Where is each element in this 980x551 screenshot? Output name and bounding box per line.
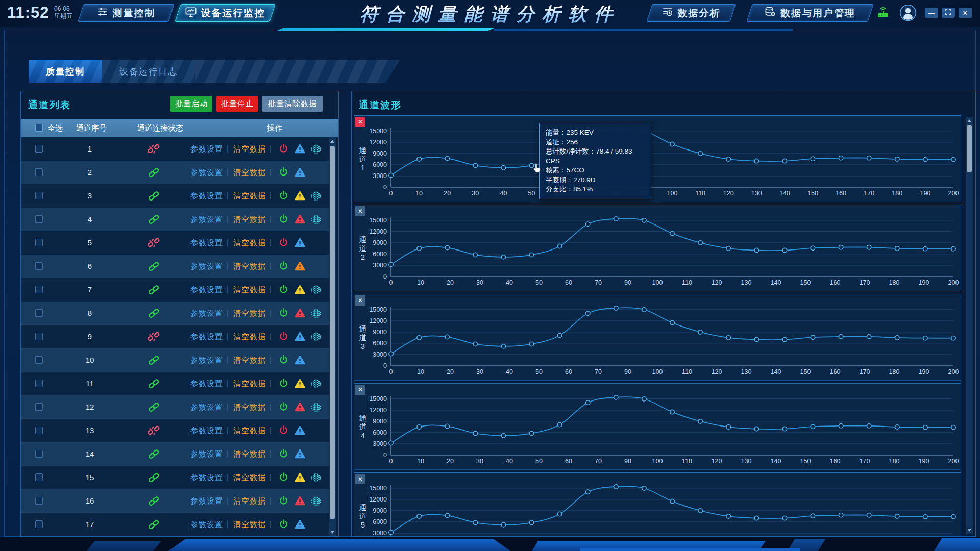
params-settings-link[interactable]: 参数设置 — [190, 309, 223, 318]
chart-close-button[interactable]: ✕ — [355, 117, 365, 127]
waveform-icon[interactable] — [310, 403, 322, 414]
minimize-button[interactable]: — — [925, 8, 938, 18]
warning-icon[interactable] — [295, 379, 305, 390]
waveform-icon[interactable] — [310, 191, 322, 203]
params-settings-link[interactable]: 参数设置 — [190, 144, 223, 154]
params-settings-link[interactable]: 参数设置 — [190, 520, 223, 530]
params-settings-link[interactable]: 参数设置 — [190, 215, 223, 224]
scroll-down-icon[interactable] — [330, 531, 334, 534]
power-toggle-icon[interactable] — [279, 285, 288, 296]
row-checkbox[interactable] — [35, 286, 43, 293]
warning-icon[interactable] — [295, 496, 305, 508]
power-toggle-icon[interactable] — [279, 472, 288, 484]
clear-data-link[interactable]: 清空数据 — [233, 262, 266, 271]
left-panel-scrollbar[interactable] — [329, 137, 336, 536]
clear-data-link[interactable]: 清空数据 — [233, 144, 266, 154]
row-checkbox[interactable] — [35, 262, 43, 270]
power-toggle-icon[interactable] — [279, 402, 288, 414]
row-checkbox[interactable] — [35, 427, 43, 434]
power-toggle-icon[interactable] — [279, 332, 288, 343]
warning-icon[interactable] — [295, 308, 305, 320]
nav-data-analysis[interactable]: 数据分析 — [649, 4, 733, 22]
row-checkbox[interactable] — [35, 192, 43, 199]
power-toggle-icon[interactable] — [279, 191, 288, 203]
power-toggle-icon[interactable] — [279, 379, 288, 390]
params-settings-link[interactable]: 参数设置 — [190, 285, 223, 295]
tab-device-log[interactable]: 设备运行日志 — [102, 60, 195, 83]
waveform-icon[interactable] — [310, 473, 322, 485]
warning-icon[interactable] — [295, 519, 305, 531]
close-button[interactable]: ✕ — [959, 8, 972, 18]
row-checkbox[interactable] — [35, 333, 43, 340]
clear-data-link[interactable]: 清空数据 — [233, 168, 266, 178]
params-settings-link[interactable]: 参数设置 — [190, 238, 223, 248]
warning-icon[interactable] — [295, 214, 305, 226]
params-settings-link[interactable]: 参数设置 — [190, 426, 223, 436]
clear-data-link[interactable]: 清空数据 — [233, 215, 266, 224]
chart-close-button[interactable]: ✕ — [355, 474, 365, 484]
power-toggle-icon[interactable] — [279, 496, 288, 508]
waveform-icon[interactable] — [310, 379, 322, 391]
power-toggle-icon[interactable] — [279, 308, 288, 320]
nav-measure-control[interactable]: 测量控制 — [81, 4, 172, 22]
waveform-icon[interactable] — [310, 215, 322, 227]
clear-data-link[interactable]: 清空数据 — [233, 473, 266, 483]
power-toggle-icon[interactable] — [279, 238, 288, 249]
waveform-icon[interactable] — [310, 285, 322, 297]
clear-data-link[interactable]: 清空数据 — [233, 191, 266, 201]
params-settings-link[interactable]: 参数设置 — [190, 262, 223, 271]
clear-data-link[interactable]: 清空数据 — [233, 238, 266, 248]
params-settings-link[interactable]: 参数设置 — [190, 403, 223, 412]
row-checkbox[interactable] — [35, 309, 43, 317]
row-checkbox[interactable] — [35, 520, 43, 528]
maximize-button[interactable] — [942, 8, 955, 18]
clear-data-link[interactable]: 清空数据 — [233, 379, 266, 389]
warning-icon[interactable] — [295, 449, 305, 461]
scroll-up-icon[interactable] — [330, 140, 334, 143]
nav-data-user-management[interactable]: 数据与用户管理 — [749, 4, 871, 22]
row-checkbox[interactable] — [35, 239, 43, 246]
power-toggle-icon[interactable] — [279, 261, 288, 273]
network-device-icon[interactable] — [876, 5, 890, 20]
params-settings-link[interactable]: 参数设置 — [190, 473, 223, 483]
clear-data-link[interactable]: 清空数据 — [233, 285, 266, 295]
params-settings-link[interactable]: 参数设置 — [190, 379, 223, 389]
batch-stop-button[interactable]: 批量停止 — [216, 96, 258, 112]
warning-icon[interactable] — [295, 167, 305, 179]
warning-icon[interactable] — [295, 261, 305, 273]
batch-clear-button[interactable]: 批量清除数据 — [262, 96, 323, 112]
params-settings-link[interactable]: 参数设置 — [190, 168, 223, 178]
right-panel-scrollbar[interactable] — [966, 117, 973, 534]
warning-icon[interactable] — [295, 332, 305, 343]
chart-close-button[interactable]: ✕ — [355, 206, 365, 216]
power-toggle-icon[interactable] — [279, 214, 288, 226]
power-toggle-icon[interactable] — [279, 144, 288, 156]
chart-close-button[interactable]: ✕ — [355, 385, 365, 395]
user-avatar[interactable] — [899, 4, 917, 23]
row-checkbox[interactable] — [35, 145, 43, 153]
waveform-icon[interactable] — [310, 332, 322, 344]
nav-device-monitor[interactable]: 设备运行监控 — [178, 4, 273, 22]
chart-close-button[interactable]: ✕ — [355, 295, 365, 306]
power-toggle-icon[interactable] — [279, 355, 288, 367]
row-checkbox[interactable] — [35, 450, 43, 458]
row-checkbox[interactable] — [35, 497, 43, 505]
warning-icon[interactable] — [295, 425, 305, 437]
clear-data-link[interactable]: 清空数据 — [233, 332, 266, 342]
clear-data-link[interactable]: 清空数据 — [233, 356, 266, 365]
row-checkbox[interactable] — [35, 473, 43, 481]
scroll-up-icon[interactable] — [967, 119, 971, 122]
warning-icon[interactable] — [295, 285, 305, 296]
clear-data-link[interactable]: 清空数据 — [233, 520, 266, 530]
clear-data-link[interactable]: 清空数据 — [233, 309, 266, 318]
power-toggle-icon[interactable] — [279, 449, 288, 461]
power-toggle-icon[interactable] — [279, 167, 288, 179]
params-settings-link[interactable]: 参数设置 — [190, 356, 223, 365]
select-all-checkbox[interactable] — [35, 124, 43, 132]
waveform-icon[interactable] — [310, 144, 322, 156]
params-settings-link[interactable]: 参数设置 — [190, 449, 223, 459]
scroll-down-icon[interactable] — [967, 529, 971, 532]
row-checkbox[interactable] — [35, 356, 43, 364]
row-checkbox[interactable] — [35, 380, 43, 387]
clear-data-link[interactable]: 清空数据 — [233, 496, 266, 506]
